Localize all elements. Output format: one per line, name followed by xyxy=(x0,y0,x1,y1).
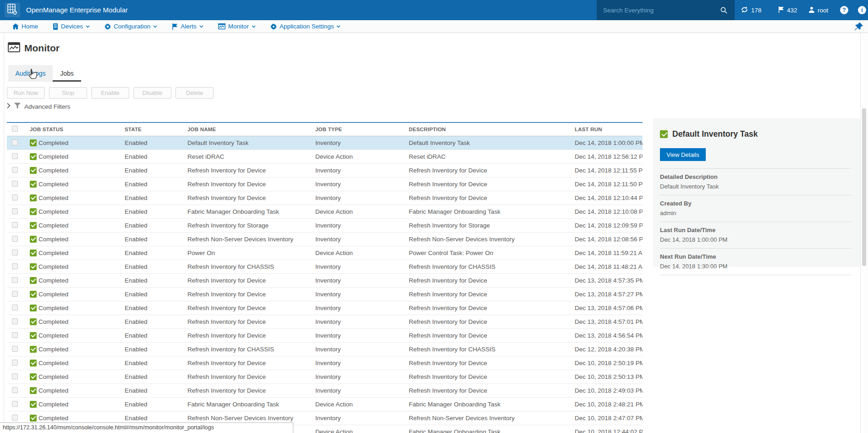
nav-item-configuration[interactable]: Configuration xyxy=(104,23,157,30)
row-checkbox[interactable] xyxy=(12,401,18,407)
field-label: Detailed Description xyxy=(660,173,851,180)
app-logo[interactable] xyxy=(5,3,20,17)
view-details-button[interactable]: View Details xyxy=(660,148,706,161)
row-checkbox[interactable] xyxy=(12,332,18,338)
nav-item-application-settings[interactable]: Application Settings xyxy=(270,23,341,30)
state-cell: Enabled xyxy=(125,167,187,174)
row-checkbox[interactable] xyxy=(12,222,18,228)
table-row[interactable]: CompletedEnabledDefault Inventory TaskIn… xyxy=(7,136,643,150)
row-checkbox[interactable] xyxy=(12,263,18,269)
row-checkbox[interactable] xyxy=(12,250,18,255)
tab-jobs[interactable]: Jobs xyxy=(53,65,81,82)
column-header-description[interactable]: DESCRIPTION xyxy=(409,127,568,132)
info-button[interactable]: i xyxy=(858,0,866,20)
user-menu[interactable]: root xyxy=(808,0,828,20)
detail-field-created-by: Created Byadmin xyxy=(660,195,851,222)
column-header-job-status[interactable]: JOB STATUS xyxy=(30,127,125,132)
table-row[interactable]: CompletedEnabledFabric Manager Onboardin… xyxy=(7,205,643,219)
select-all-checkbox[interactable] xyxy=(12,126,18,132)
nav-item-monitor[interactable]: Monitor xyxy=(218,23,256,30)
row-checkbox[interactable] xyxy=(12,387,18,393)
jobs-count-badge[interactable]: 178 xyxy=(741,0,762,20)
enable-button[interactable]: Enable xyxy=(91,87,129,99)
table-row[interactable]: CompletedEnabledFabric Manager Onboardin… xyxy=(7,398,643,411)
row-checkbox[interactable] xyxy=(12,291,18,297)
completed-status-icon xyxy=(30,277,37,284)
table-header-row: JOB STATUSSTATEJOB NAMEJOB TYPEDESCRIPTI… xyxy=(7,123,643,136)
alerts-icon xyxy=(172,23,178,30)
search-input[interactable]: Search Everything xyxy=(597,0,735,20)
row-checkbox[interactable] xyxy=(12,373,18,379)
table-row[interactable]: CompletedEnabledRefresh Inventory for De… xyxy=(7,274,643,288)
row-checkbox[interactable] xyxy=(12,277,18,283)
chevron-down-icon xyxy=(336,25,341,28)
chevron-right-icon xyxy=(7,103,11,110)
row-checkbox[interactable] xyxy=(12,305,18,311)
run-now-button[interactable]: Run Now xyxy=(7,87,45,99)
search-icon[interactable] xyxy=(720,7,727,14)
alerts-count-badge[interactable]: 432 xyxy=(778,0,797,20)
row-checkbox[interactable] xyxy=(12,346,18,352)
job-name-cell: Refresh Inventory for Device xyxy=(187,277,315,284)
jobs-table: JOB STATUSSTATEJOB NAMEJOB TYPEDESCRIPTI… xyxy=(7,122,643,433)
pin-panel-icon[interactable] xyxy=(852,21,864,35)
row-checkbox[interactable] xyxy=(12,360,18,366)
column-header-last-run[interactable]: LAST RUN xyxy=(568,127,643,132)
table-row[interactable]: CompletedEnabledRefresh Inventory for De… xyxy=(7,178,643,191)
column-header-job-name[interactable]: JOB NAME xyxy=(187,127,315,132)
job-name-cell: Refresh Inventory for Device xyxy=(187,318,315,325)
row-checkbox[interactable] xyxy=(12,318,18,324)
nav-item-alerts[interactable]: Alerts xyxy=(172,23,203,30)
table-row[interactable]: CompletedEnabledRefresh Inventory for De… xyxy=(7,315,643,329)
table-row[interactable]: CompletedEnabledReset iDRACDevice Action… xyxy=(7,150,643,164)
detail-field-detailed-description: Detailed DescriptionDefault Inventory Ta… xyxy=(660,169,851,195)
flag-icon xyxy=(778,6,784,14)
table-row[interactable]: CompletedEnabledRefresh Inventory for De… xyxy=(7,301,643,315)
row-checkbox[interactable] xyxy=(12,181,18,187)
disable-button[interactable]: Disable xyxy=(133,87,171,99)
table-row[interactable]: CompletedEnabledRefresh Non-Server Devic… xyxy=(7,233,643,246)
table-row[interactable]: CompletedEnabledRefresh Inventory for De… xyxy=(7,356,643,370)
nav-item-devices[interactable]: Devices xyxy=(53,23,90,30)
row-checkbox[interactable] xyxy=(12,415,18,421)
description-cell: Refresh Non-Server Devices Inventory xyxy=(409,415,568,422)
field-value: Dec 14, 2018 1:00:00 PM xyxy=(660,236,851,243)
state-cell: Enabled xyxy=(125,318,187,325)
table-row[interactable]: CompletedEnabledRefresh Inventory for CH… xyxy=(7,260,643,274)
table-row[interactable]: CompletedEnabledRefresh Inventory for St… xyxy=(7,219,643,233)
row-checkbox[interactable] xyxy=(12,167,18,173)
column-header-state[interactable]: STATE xyxy=(125,127,187,132)
description-cell: Refresh Non-Server Devices Inventory xyxy=(409,236,568,243)
row-checkbox[interactable] xyxy=(12,153,18,159)
job-status-cell: Completed xyxy=(30,360,125,366)
table-row[interactable]: CompletedEnabledRefresh Inventory for De… xyxy=(7,370,643,384)
nav-item-home[interactable]: Home xyxy=(12,23,38,30)
delete-button[interactable]: Delete xyxy=(176,87,214,99)
completed-status-icon xyxy=(30,305,37,311)
table-row[interactable]: CompletedEnabledRefresh Inventory for De… xyxy=(7,164,643,178)
row-checkbox[interactable] xyxy=(12,236,18,242)
column-header-job-type[interactable]: JOB TYPE xyxy=(315,127,409,132)
table-row[interactable]: CompletedEnabledPower OnDevice ActionPow… xyxy=(7,246,643,260)
table-row[interactable]: CompletedEnabledRefresh Inventory for CH… xyxy=(7,343,643,356)
table-row[interactable]: CompletedEnabledRefresh Inventory for De… xyxy=(7,191,643,205)
completed-status-icon xyxy=(30,263,37,270)
description-cell: Refresh Inventory for Device xyxy=(409,332,568,339)
monitor-icon xyxy=(218,23,225,29)
row-checkbox[interactable] xyxy=(12,194,18,200)
completed-status-icon xyxy=(30,401,37,408)
completed-status-icon xyxy=(30,318,37,325)
table-row[interactable]: CompletedEnabledRefresh Inventory for De… xyxy=(7,288,643,301)
scrollbar-thumb[interactable] xyxy=(862,108,866,266)
help-button[interactable]: ? xyxy=(840,0,848,20)
table-row[interactable]: CompletedEnabledRefresh Inventory for De… xyxy=(7,329,643,343)
state-cell: Enabled xyxy=(125,401,187,408)
advanced-filters-toggle[interactable]: Advanced Filters xyxy=(7,102,71,111)
table-row[interactable]: CompletedEnabledRefresh Inventory for De… xyxy=(7,384,643,398)
row-checkbox[interactable] xyxy=(12,139,18,145)
job-name-cell: Power On xyxy=(187,250,315,256)
row-checkbox[interactable] xyxy=(12,208,18,214)
help-icon: ? xyxy=(840,6,848,14)
last-run-cell: Dec 10, 2018 2:47:07 PM xyxy=(568,415,643,422)
stop-button[interactable]: Stop xyxy=(49,87,87,99)
